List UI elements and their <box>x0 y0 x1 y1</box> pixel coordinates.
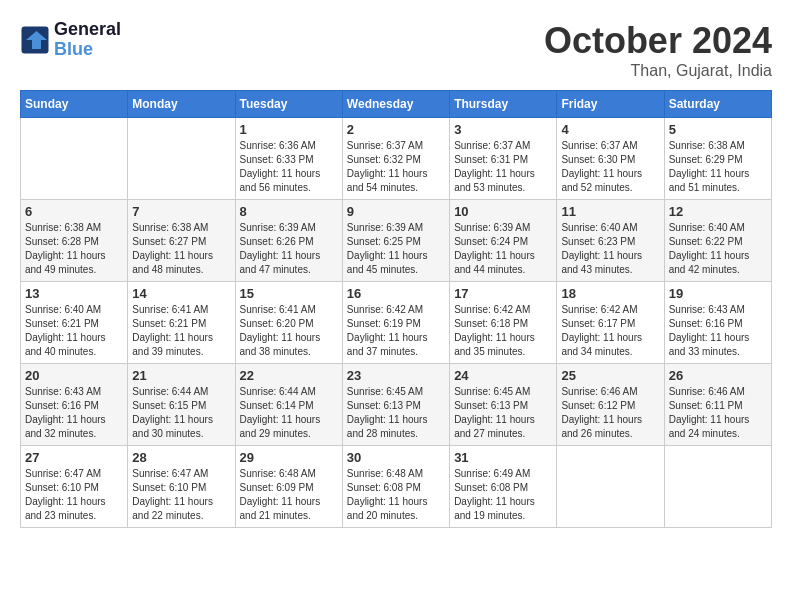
sunrise-text: Sunrise: 6:37 AM <box>454 139 552 153</box>
day-info: Sunrise: 6:40 AMSunset: 6:23 PMDaylight:… <box>561 221 659 277</box>
sunset-text: Sunset: 6:29 PM <box>669 153 767 167</box>
sunset-text: Sunset: 6:10 PM <box>25 481 123 495</box>
sunset-text: Sunset: 6:16 PM <box>25 399 123 413</box>
table-row: 13Sunrise: 6:40 AMSunset: 6:21 PMDayligh… <box>21 282 128 364</box>
daylight-text: Daylight: 11 hours and 20 minutes. <box>347 495 445 523</box>
table-row: 29Sunrise: 6:48 AMSunset: 6:09 PMDayligh… <box>235 446 342 528</box>
day-number: 31 <box>454 450 552 465</box>
daylight-text: Daylight: 11 hours and 52 minutes. <box>561 167 659 195</box>
daylight-text: Daylight: 11 hours and 44 minutes. <box>454 249 552 277</box>
daylight-text: Daylight: 11 hours and 43 minutes. <box>561 249 659 277</box>
logo-text: General Blue <box>54 20 121 60</box>
daylight-text: Daylight: 11 hours and 48 minutes. <box>132 249 230 277</box>
table-row <box>21 118 128 200</box>
day-number: 4 <box>561 122 659 137</box>
sunrise-text: Sunrise: 6:39 AM <box>454 221 552 235</box>
sunrise-text: Sunrise: 6:41 AM <box>132 303 230 317</box>
sunset-text: Sunset: 6:15 PM <box>132 399 230 413</box>
day-number: 29 <box>240 450 338 465</box>
table-row: 27Sunrise: 6:47 AMSunset: 6:10 PMDayligh… <box>21 446 128 528</box>
table-row: 4Sunrise: 6:37 AMSunset: 6:30 PMDaylight… <box>557 118 664 200</box>
day-number: 13 <box>25 286 123 301</box>
day-number: 14 <box>132 286 230 301</box>
day-number: 28 <box>132 450 230 465</box>
logo-icon <box>20 25 50 55</box>
day-info: Sunrise: 6:44 AMSunset: 6:15 PMDaylight:… <box>132 385 230 441</box>
daylight-text: Daylight: 11 hours and 47 minutes. <box>240 249 338 277</box>
calendar-week-row: 6Sunrise: 6:38 AMSunset: 6:28 PMDaylight… <box>21 200 772 282</box>
daylight-text: Daylight: 11 hours and 19 minutes. <box>454 495 552 523</box>
day-info: Sunrise: 6:40 AMSunset: 6:21 PMDaylight:… <box>25 303 123 359</box>
day-number: 12 <box>669 204 767 219</box>
sunset-text: Sunset: 6:19 PM <box>347 317 445 331</box>
sunset-text: Sunset: 6:11 PM <box>669 399 767 413</box>
day-number: 25 <box>561 368 659 383</box>
day-info: Sunrise: 6:39 AMSunset: 6:25 PMDaylight:… <box>347 221 445 277</box>
sunset-text: Sunset: 6:18 PM <box>454 317 552 331</box>
table-row: 12Sunrise: 6:40 AMSunset: 6:22 PMDayligh… <box>664 200 771 282</box>
sunset-text: Sunset: 6:22 PM <box>669 235 767 249</box>
day-number: 26 <box>669 368 767 383</box>
logo: General Blue <box>20 20 121 60</box>
sunrise-text: Sunrise: 6:42 AM <box>454 303 552 317</box>
day-info: Sunrise: 6:40 AMSunset: 6:22 PMDaylight:… <box>669 221 767 277</box>
daylight-text: Daylight: 11 hours and 51 minutes. <box>669 167 767 195</box>
day-number: 11 <box>561 204 659 219</box>
day-number: 23 <box>347 368 445 383</box>
sunset-text: Sunset: 6:24 PM <box>454 235 552 249</box>
sunrise-text: Sunrise: 6:38 AM <box>669 139 767 153</box>
sunset-text: Sunset: 6:17 PM <box>561 317 659 331</box>
table-row: 23Sunrise: 6:45 AMSunset: 6:13 PMDayligh… <box>342 364 449 446</box>
table-row: 1Sunrise: 6:36 AMSunset: 6:33 PMDaylight… <box>235 118 342 200</box>
day-number: 5 <box>669 122 767 137</box>
day-info: Sunrise: 6:48 AMSunset: 6:09 PMDaylight:… <box>240 467 338 523</box>
sunrise-text: Sunrise: 6:45 AM <box>454 385 552 399</box>
daylight-text: Daylight: 11 hours and 56 minutes. <box>240 167 338 195</box>
table-row: 3Sunrise: 6:37 AMSunset: 6:31 PMDaylight… <box>450 118 557 200</box>
sunset-text: Sunset: 6:12 PM <box>561 399 659 413</box>
table-row: 7Sunrise: 6:38 AMSunset: 6:27 PMDaylight… <box>128 200 235 282</box>
sunset-text: Sunset: 6:21 PM <box>25 317 123 331</box>
daylight-text: Daylight: 11 hours and 45 minutes. <box>347 249 445 277</box>
sunrise-text: Sunrise: 6:37 AM <box>561 139 659 153</box>
table-row: 19Sunrise: 6:43 AMSunset: 6:16 PMDayligh… <box>664 282 771 364</box>
table-row <box>664 446 771 528</box>
title-block: October 2024 Than, Gujarat, India <box>544 20 772 80</box>
table-row: 16Sunrise: 6:42 AMSunset: 6:19 PMDayligh… <box>342 282 449 364</box>
sunrise-text: Sunrise: 6:46 AM <box>561 385 659 399</box>
day-number: 10 <box>454 204 552 219</box>
table-row: 2Sunrise: 6:37 AMSunset: 6:32 PMDaylight… <box>342 118 449 200</box>
day-info: Sunrise: 6:38 AMSunset: 6:28 PMDaylight:… <box>25 221 123 277</box>
header-wednesday: Wednesday <box>342 91 449 118</box>
daylight-text: Daylight: 11 hours and 24 minutes. <box>669 413 767 441</box>
sunrise-text: Sunrise: 6:39 AM <box>347 221 445 235</box>
table-row: 15Sunrise: 6:41 AMSunset: 6:20 PMDayligh… <box>235 282 342 364</box>
day-number: 7 <box>132 204 230 219</box>
table-row <box>128 118 235 200</box>
daylight-text: Daylight: 11 hours and 34 minutes. <box>561 331 659 359</box>
page-header: General Blue October 2024 Than, Gujarat,… <box>20 20 772 80</box>
sunrise-text: Sunrise: 6:42 AM <box>561 303 659 317</box>
daylight-text: Daylight: 11 hours and 53 minutes. <box>454 167 552 195</box>
day-info: Sunrise: 6:37 AMSunset: 6:30 PMDaylight:… <box>561 139 659 195</box>
header-friday: Friday <box>557 91 664 118</box>
day-info: Sunrise: 6:48 AMSunset: 6:08 PMDaylight:… <box>347 467 445 523</box>
daylight-text: Daylight: 11 hours and 39 minutes. <box>132 331 230 359</box>
sunset-text: Sunset: 6:09 PM <box>240 481 338 495</box>
day-number: 30 <box>347 450 445 465</box>
sunrise-text: Sunrise: 6:46 AM <box>669 385 767 399</box>
sunset-text: Sunset: 6:13 PM <box>347 399 445 413</box>
sunset-text: Sunset: 6:08 PM <box>454 481 552 495</box>
sunrise-text: Sunrise: 6:47 AM <box>25 467 123 481</box>
day-info: Sunrise: 6:42 AMSunset: 6:17 PMDaylight:… <box>561 303 659 359</box>
day-number: 16 <box>347 286 445 301</box>
table-row: 18Sunrise: 6:42 AMSunset: 6:17 PMDayligh… <box>557 282 664 364</box>
sunrise-text: Sunrise: 6:38 AM <box>25 221 123 235</box>
table-row: 31Sunrise: 6:49 AMSunset: 6:08 PMDayligh… <box>450 446 557 528</box>
daylight-text: Daylight: 11 hours and 29 minutes. <box>240 413 338 441</box>
calendar-header-row: Sunday Monday Tuesday Wednesday Thursday… <box>21 91 772 118</box>
sunset-text: Sunset: 6:32 PM <box>347 153 445 167</box>
header-monday: Monday <box>128 91 235 118</box>
day-number: 27 <box>25 450 123 465</box>
table-row: 9Sunrise: 6:39 AMSunset: 6:25 PMDaylight… <box>342 200 449 282</box>
